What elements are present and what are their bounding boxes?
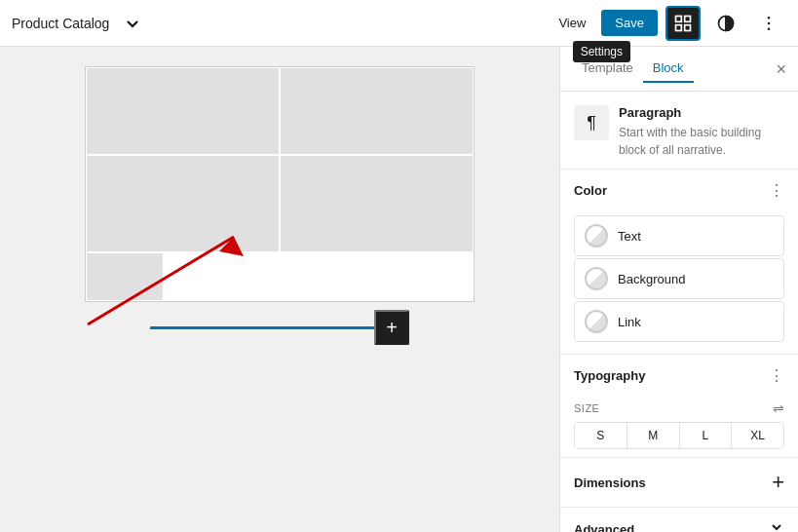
topbar: Product Catalog View Save Settings [0, 0, 798, 47]
block-info: ¶ Paragraph Start with the basic buildin… [560, 92, 798, 170]
topbar-right: View Save Settings [551, 6, 786, 41]
svg-point-5 [768, 16, 771, 19]
dimensions-section: Dimensions + [560, 458, 798, 508]
color-section-header[interactable]: Color ⋮ [560, 170, 798, 211]
dimensions-add-button[interactable]: + [772, 470, 784, 495]
size-xl[interactable]: XL [732, 423, 783, 448]
grid-cell [86, 67, 280, 155]
more-options-button[interactable] [751, 6, 786, 41]
size-l[interactable]: L [680, 423, 733, 448]
grid-cell [280, 155, 474, 252]
color-options: Text Background Link [560, 211, 798, 354]
color-option-background[interactable]: Background [574, 258, 784, 299]
color-label-link: Link [618, 315, 641, 329]
color-section-title: Color [574, 183, 607, 198]
topbar-left: Product Catalog [12, 6, 150, 41]
svg-rect-2 [676, 24, 682, 30]
page-title: Product Catalog [12, 16, 109, 31]
grid-cell [86, 252, 164, 301]
svg-rect-0 [676, 16, 682, 21]
grid-cell [280, 67, 474, 155]
view-button[interactable]: View [551, 12, 593, 34]
size-label: SIZE ⇌ [574, 400, 784, 416]
dimensions-section-title: Dimensions [574, 475, 646, 490]
size-filter-icon: ⇌ [773, 400, 785, 416]
dimensions-section-header[interactable]: Dimensions + [560, 458, 798, 507]
svg-rect-1 [685, 16, 691, 21]
close-panel-button[interactable]: × [776, 60, 786, 78]
add-block-button[interactable]: + [374, 310, 409, 345]
block-icon: ¶ [574, 105, 609, 140]
typography-section: Typography ⋮ SIZE ⇌ S M L XL [560, 355, 798, 458]
save-button[interactable]: Save [601, 10, 658, 36]
svg-rect-3 [685, 24, 691, 30]
grid-row-3 [86, 252, 474, 301]
color-label-text: Text [618, 229, 641, 244]
canvas: + [0, 47, 559, 532]
color-label-background: Background [618, 272, 685, 286]
grid-row-2 [86, 155, 474, 252]
svg-point-7 [768, 27, 771, 30]
typography-section-header[interactable]: Typography ⋮ [560, 355, 798, 397]
typography-more-button[interactable]: ⋮ [769, 366, 784, 385]
size-s[interactable]: S [575, 423, 627, 448]
svg-point-6 [768, 21, 771, 24]
right-panel: Template Block × ¶ Paragraph Start with … [559, 47, 798, 532]
advanced-chevron-button[interactable] [769, 519, 784, 532]
grid-cell [86, 155, 280, 252]
color-section: Color ⋮ Text Background Link [560, 170, 798, 355]
typography-section-title: Typography [574, 368, 645, 383]
main-area: + Template Block × ¶ Paragraph Start wit… [0, 47, 798, 532]
size-row: SIZE ⇌ S M L XL [560, 397, 798, 457]
block-name: Paragraph [619, 105, 784, 120]
page-title-dropdown[interactable] [115, 6, 150, 41]
tooltip: Settings [573, 41, 630, 62]
advanced-section-title: Advanced [574, 522, 634, 533]
advanced-section: Advanced [560, 508, 798, 532]
color-option-link[interactable]: Link [574, 301, 784, 342]
grid-row-1 [86, 67, 474, 155]
block-description: Start with the basic building block of a… [619, 124, 784, 159]
settings-button[interactable] [665, 6, 701, 41]
color-option-text[interactable]: Text [574, 215, 784, 256]
contrast-button[interactable] [708, 6, 743, 41]
size-m[interactable]: M [627, 423, 680, 448]
advanced-section-header[interactable]: Advanced [560, 508, 798, 532]
size-options: S M L XL [574, 422, 784, 449]
canvas-content [85, 66, 475, 302]
color-circle-link [585, 310, 608, 333]
tab-block[interactable]: Block [643, 55, 694, 83]
canvas-inserter: + [150, 310, 409, 345]
color-circle-text [585, 224, 608, 247]
color-more-button[interactable]: ⋮ [769, 181, 784, 200]
block-details: Paragraph Start with the basic building … [619, 105, 784, 159]
inserter-line [150, 326, 374, 329]
color-circle-background [585, 267, 608, 290]
